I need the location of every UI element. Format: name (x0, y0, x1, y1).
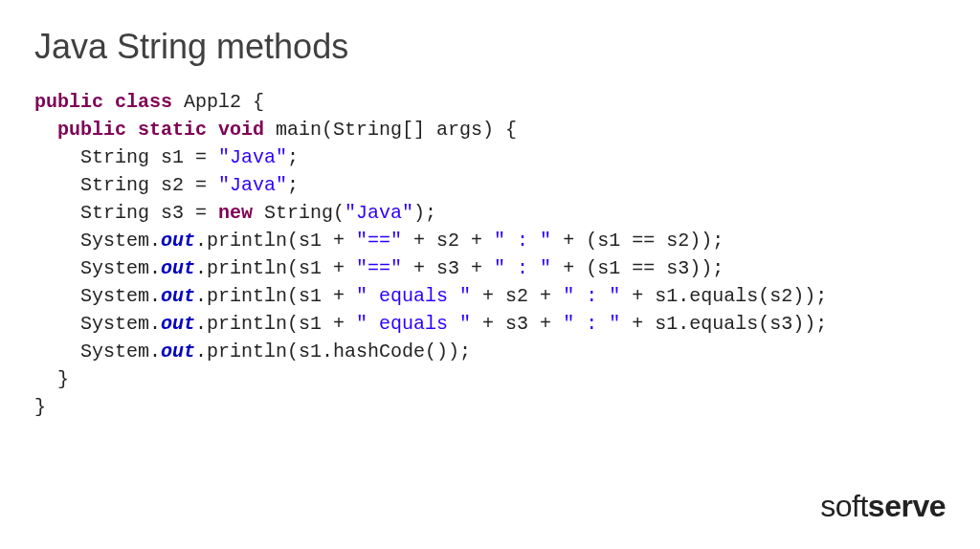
txt: System. (34, 230, 161, 252)
slide: Java String methods public class Appl2 {… (0, 0, 980, 421)
str-literal: "Java" (345, 202, 413, 224)
fld-out: out (161, 257, 195, 279)
txt: + s1.equals(s2)); (620, 285, 827, 307)
txt: + s3 + (471, 313, 563, 335)
txt: + (s1 == s2)); (551, 230, 724, 252)
code-block: public class Appl2 { public static void … (34, 88, 946, 421)
logo-part-b: serve (868, 489, 946, 523)
str-literal: " equals " (356, 285, 471, 307)
txt: System. (34, 313, 161, 335)
txt: ; (287, 146, 299, 168)
str-literal: "Java" (218, 146, 287, 168)
txt: .println(s1 + (195, 230, 356, 252)
fld-out: out (161, 313, 195, 335)
str-literal: " : " (563, 313, 620, 335)
str-literal: "Java" (218, 174, 287, 196)
txt: System. (34, 340, 161, 362)
txt: ); (413, 202, 436, 224)
slide-title: Java String methods (34, 27, 946, 67)
txt: + s1.equals(s3)); (620, 313, 827, 335)
txt: String s1 = (34, 146, 218, 168)
txt: System. (34, 285, 161, 307)
txt: + s3 + (402, 257, 494, 279)
kw-new: new (218, 202, 253, 224)
brand-logo: softserve (820, 489, 946, 524)
txt: .println(s1 + (195, 313, 356, 335)
str-literal: "==" (356, 230, 402, 252)
txt: + s2 + (471, 285, 563, 307)
txt: String s3 = (34, 202, 218, 224)
txt: + s2 + (402, 230, 494, 252)
fld-out: out (161, 230, 195, 252)
txt: Appl2 { (172, 91, 264, 113)
txt: System. (34, 257, 161, 279)
txt: String( (253, 202, 345, 224)
str-literal: "==" (356, 257, 402, 279)
txt: .println(s1 + (195, 257, 356, 279)
str-literal: " : " (494, 230, 551, 252)
txt: .println(s1.hashCode()); (195, 340, 471, 362)
indent (34, 119, 57, 141)
txt: } (34, 396, 46, 418)
str-literal: " equals " (356, 313, 471, 335)
kw-public-static-void: public static void (57, 119, 264, 141)
txt: + (s1 == s3)); (551, 257, 724, 279)
logo-part-a: soft (820, 489, 868, 523)
str-literal: " : " (494, 257, 551, 279)
txt: .println(s1 + (195, 285, 356, 307)
txt: String s2 = (34, 174, 218, 196)
txt: ; (287, 174, 299, 196)
txt: } (34, 368, 69, 390)
kw-public-class: public class (34, 91, 172, 113)
txt: main(String[] args) { (264, 119, 517, 141)
fld-out: out (161, 340, 195, 362)
fld-out: out (161, 285, 195, 307)
str-literal: " : " (563, 285, 620, 307)
